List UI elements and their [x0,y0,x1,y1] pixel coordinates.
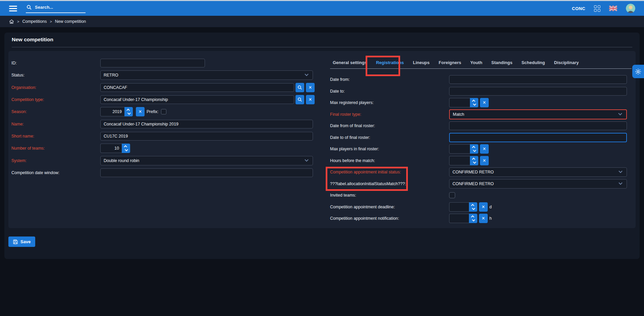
date-to-input[interactable] [449,87,627,96]
organisation-search-button[interactable] [296,83,304,92]
title-divider [12,47,632,47]
tab-general-settings[interactable]: General settings [332,59,368,68]
field-row-allocation-initial-status-match: ???label.allocationInitialStatusMatch???… [330,178,635,190]
user-avatar[interactable] [626,4,635,13]
close-icon: × [482,216,485,221]
allocation-initial-status-match-label: ???label.allocationInitialStatusMatch???… [330,181,449,186]
field-row-organisation: Organisation: × [8,82,327,94]
org-code-label[interactable]: CONC [572,6,585,11]
system-select[interactable]: Double round robin [100,156,313,165]
date-to-final-roster-input[interactable] [449,133,627,142]
appointment-deadline-spinner[interactable] [469,202,477,212]
max-players-final-roster-clear-button[interactable]: × [480,144,489,154]
competition-type-input[interactable] [100,95,294,104]
appointment-initial-status-select[interactable]: CONFIRMED RETRO [449,167,627,177]
competition-form-panel: ID: Status: RETRO Organisation: [8,51,636,228]
apps-grid-icon[interactable] [594,5,600,12]
field-row-system: System: Double round robin [8,154,327,166]
chevron-down-icon [305,158,308,161]
tab-disciplinary[interactable]: Disciplinary [553,59,580,68]
language-flag-uk-icon[interactable] [609,6,617,11]
prefix-checkbox[interactable] [161,109,166,114]
short-name-input[interactable] [100,132,313,141]
tab-standings[interactable]: Standings [491,59,513,68]
field-row-competition-type: Competition type: × [8,94,327,106]
field-row-id: ID: [8,57,327,69]
chevron-down-icon [473,149,476,152]
competition-type-search-button[interactable] [296,95,304,104]
right-form-column: Date from: Date to: Max registered playe… [330,74,635,224]
breadcrumb-competitions[interactable]: Competitions [22,19,47,24]
home-icon[interactable] [9,19,14,24]
season-number-group [100,107,133,116]
save-button[interactable]: Save [8,236,35,247]
season-clear-button[interactable]: × [136,107,145,116]
max-registered-players-label: Max registered players: [330,100,449,105]
invited-teams-checkbox[interactable] [449,192,455,198]
global-search[interactable] [26,4,86,13]
organisation-input[interactable] [100,83,294,92]
season-spinner[interactable] [124,107,133,116]
search-icon [298,85,302,90]
teams-spinner[interactable] [122,144,130,153]
appointment-notification-spinner[interactable] [469,214,477,223]
date-from-input[interactable] [449,75,627,84]
appointment-deadline-input[interactable] [449,202,469,212]
date-to-final-roster-label: Date to of final roster: [330,135,449,140]
hours-before-match-input[interactable] [449,156,470,165]
hours-before-match-clear-button[interactable]: × [480,156,489,165]
close-icon: × [309,85,312,90]
left-form-column: ID: Status: RETRO Organisation: [8,57,327,179]
search-icon [26,5,32,10]
field-row-max-registered-players: Max registered players: × [330,97,635,109]
tab-lineups[interactable]: Lineups [412,59,430,68]
competition-type-clear-button[interactable]: × [306,95,315,104]
chevron-down-icon [125,148,128,151]
hours-before-match-label: Hours before the match: [330,158,449,163]
season-input[interactable] [100,107,124,116]
navbar-right-cluster: CONC [572,4,635,13]
field-row-name: Name: [8,118,327,130]
close-icon: × [483,158,486,163]
tab-registrations[interactable]: Registrations [375,59,405,68]
search-input[interactable] [35,5,78,10]
final-roster-type-label: Final roster type: [330,112,449,117]
appointment-notification-clear-button[interactable]: × [479,214,488,223]
allocation-initial-status-match-select[interactable]: CONFIRMED RETRO [449,179,627,189]
date-window-input[interactable] [100,168,313,177]
tab-scheduling[interactable]: Scheduling [521,59,546,68]
id-input[interactable] [100,59,205,67]
season-label: Season: [11,109,100,114]
final-roster-type-select[interactable]: Match [449,109,627,119]
max-registered-players-clear-button[interactable]: × [480,98,489,107]
date-from-final-roster-label: Date from of final roster: [330,123,449,128]
appointment-notification-input[interactable] [449,214,469,223]
breadcrumb-new-competition[interactable]: New competition [55,19,86,24]
appointment-deadline-clear-button[interactable]: × [479,202,488,212]
organisation-clear-button[interactable]: × [306,83,315,92]
field-row-max-players-final-roster: Max players in final roster: × [330,143,635,155]
number-of-teams-input[interactable] [100,144,122,153]
max-registered-players-spinner[interactable] [470,98,478,107]
name-input[interactable] [100,120,313,128]
hours-before-match-spinner[interactable] [470,156,478,165]
max-players-final-roster-spinner[interactable] [470,144,478,154]
search-icon [298,97,302,102]
date-from-final-roster-input[interactable] [449,121,627,130]
status-select[interactable]: RETRO [100,70,313,80]
chevron-down-icon [619,181,622,185]
chevron-down-icon [305,72,308,76]
tab-youth[interactable]: Youth [470,59,483,68]
tab-foreigners[interactable]: Foreigners [438,59,462,68]
max-registered-players-input[interactable] [449,98,470,107]
max-players-final-roster-input[interactable] [449,144,470,154]
save-icon [13,240,18,244]
hamburger-menu-icon[interactable] [9,4,17,13]
appointment-initial-status-label: Competition appointment initial status: [330,170,449,174]
field-row-appointment-notification: Competition appointment notification: × … [330,213,635,224]
field-row-hours-before-match: Hours before the match: × [330,155,635,167]
chevron-down-icon [127,111,131,115]
date-from-label: Date from: [330,77,449,82]
organisation-label: Organisation: [11,85,100,90]
settings-gear-button[interactable] [632,65,644,78]
